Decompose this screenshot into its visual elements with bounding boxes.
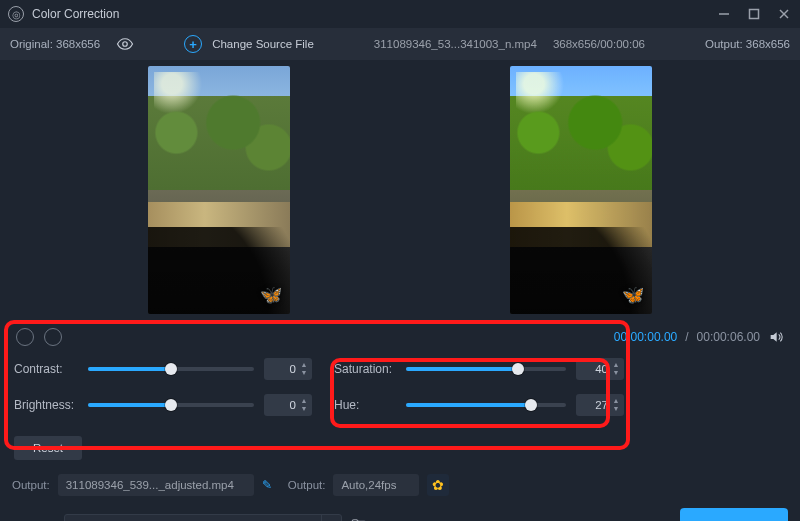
sliders-left: Contrast: 0▲▼ Brightness: 0▲▼ Reset	[14, 358, 312, 460]
change-source-link[interactable]: Change Source File	[212, 38, 314, 50]
controls-panel: 00:00:00.00/00:00:06.00 Contrast: 0▲▼ Br…	[0, 316, 800, 470]
hue-label: Hue:	[334, 398, 396, 412]
step-up-icon[interactable]: ▲	[610, 398, 622, 404]
step-up-icon[interactable]: ▲	[298, 362, 310, 368]
output-dimensions-label: Output: 368x656	[705, 38, 790, 50]
time-current: 00:00:00.00	[614, 330, 677, 344]
maximize-button[interactable]	[746, 6, 762, 22]
source-file-meta: 368x656/00:00:06	[553, 38, 645, 50]
export-button[interactable]: Export	[680, 508, 788, 521]
chevron-down-icon[interactable]: ▾	[321, 514, 341, 521]
source-filename: 311089346_53...341003_n.mp4	[374, 38, 537, 50]
minimize-button[interactable]	[716, 6, 732, 22]
open-folder-icon[interactable]	[350, 516, 368, 522]
svg-rect-1	[750, 10, 759, 19]
output-format-label: Output:	[288, 479, 326, 491]
output-settings-row: Output: 311089346_539..._adjusted.mp4 ✎ …	[0, 470, 800, 500]
edit-filename-icon[interactable]: ✎	[262, 478, 272, 492]
preview-toggle-icon[interactable]	[116, 35, 134, 53]
topbar: Original: 368x656 + Change Source File 3…	[0, 28, 800, 60]
titlebar: ◎ Color Correction	[0, 0, 800, 28]
brightness-row: Brightness: 0▲▼	[14, 394, 312, 416]
saturation-value[interactable]: 40▲▼	[576, 358, 624, 380]
preview-output: 🦋	[510, 66, 652, 314]
mode-option-1[interactable]	[16, 328, 34, 346]
step-up-icon[interactable]: ▲	[610, 362, 622, 368]
contrast-value[interactable]: 0▲▼	[264, 358, 312, 380]
svg-marker-5	[771, 332, 777, 341]
window-title: Color Correction	[32, 7, 716, 21]
butterfly-watermark-icon: 🦋	[260, 284, 282, 306]
mode-row: 00:00:00.00/00:00:06.00	[8, 324, 792, 350]
add-source-button[interactable]: +	[184, 35, 202, 53]
preview-original: 🦋	[148, 66, 290, 314]
output-filename-box: 311089346_539..._adjusted.mp4	[58, 474, 254, 496]
save-path-select[interactable]: C:\Vidmore\Vidmore Vi...rter\Color Corre…	[64, 514, 342, 521]
step-down-icon[interactable]: ▼	[298, 406, 310, 412]
mode-option-2[interactable]	[44, 328, 62, 346]
output-file-label: Output:	[12, 479, 50, 491]
contrast-slider[interactable]	[88, 367, 254, 371]
step-down-icon[interactable]: ▼	[610, 406, 622, 412]
step-up-icon[interactable]: ▲	[298, 398, 310, 404]
output-format-box[interactable]: Auto,24fps	[333, 474, 419, 496]
hue-slider[interactable]	[406, 403, 566, 407]
contrast-row: Contrast: 0▲▼	[14, 358, 312, 380]
time-total: 00:00:06.00	[697, 330, 760, 344]
settings-gear-icon[interactable]: ✿	[427, 474, 449, 496]
preview-area: 🦋 🦋	[0, 60, 800, 316]
brightness-slider[interactable]	[88, 403, 254, 407]
time-sep: /	[685, 330, 688, 344]
original-dimensions-label: Original: 368x656	[10, 38, 100, 50]
step-down-icon[interactable]: ▼	[298, 370, 310, 376]
saturation-label: Saturation:	[334, 362, 396, 376]
sliders-right: Saturation: 40▲▼ Hue: 27▲▼	[334, 358, 624, 460]
svg-point-4	[123, 42, 128, 47]
app-icon: ◎	[8, 6, 24, 22]
brightness-label: Brightness:	[14, 398, 78, 412]
step-down-icon[interactable]: ▼	[610, 370, 622, 376]
close-button[interactable]	[776, 6, 792, 22]
reset-button[interactable]: Reset	[14, 436, 82, 460]
contrast-label: Contrast:	[14, 362, 78, 376]
hue-value[interactable]: 27▲▼	[576, 394, 624, 416]
volume-icon[interactable]	[768, 329, 784, 345]
brightness-value[interactable]: 0▲▼	[264, 394, 312, 416]
bottom-row: Save to: C:\Vidmore\Vidmore Vi...rter\Co…	[0, 500, 800, 521]
butterfly-watermark-icon: 🦋	[622, 284, 644, 306]
saturation-slider[interactable]	[406, 367, 566, 371]
hue-row: Hue: 27▲▼	[334, 394, 624, 416]
saturation-row: Saturation: 40▲▼	[334, 358, 624, 380]
